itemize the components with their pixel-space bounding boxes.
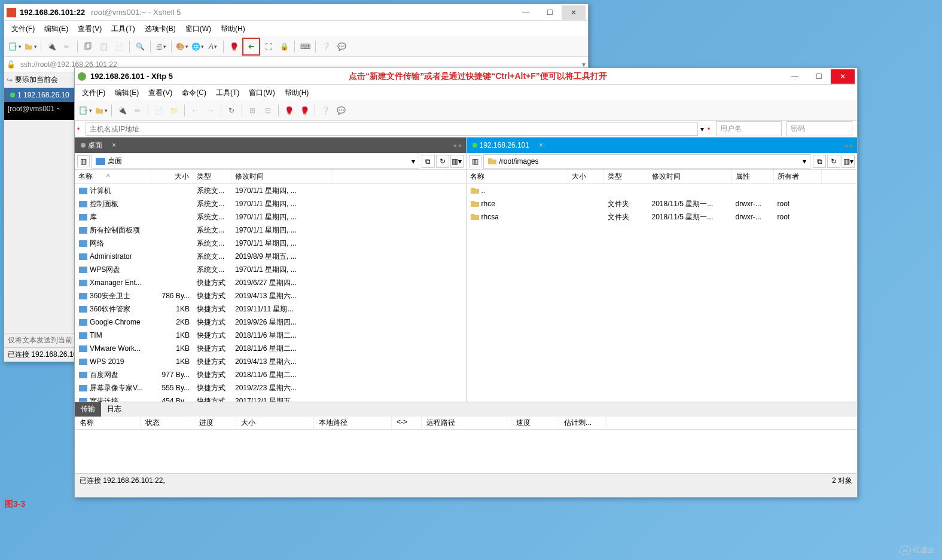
xftp-titlebar[interactable]: 192.168.26.101 - Xftp 5 点击“新建文件传输”或者是通过快… — [75, 68, 857, 85]
list-item[interactable]: .. — [467, 184, 858, 197]
refresh-icon[interactable]: ↻ — [436, 155, 449, 168]
menu-view[interactable]: 查看(V) — [73, 23, 106, 35]
clip-icon[interactable]: 📄 — [112, 39, 126, 54]
refresh-icon[interactable]: ↻ — [827, 155, 840, 168]
tcol-eta[interactable]: 估计剩... — [559, 417, 607, 429]
font-icon[interactable]: A▾ — [206, 39, 220, 54]
col-name[interactable]: 名称 — [467, 170, 568, 183]
remote-list[interactable]: ..rhce文件夹2018/11/5 星期一...drwxr-...rootrh… — [467, 184, 858, 402]
local-tab[interactable]: 桌面 × ◂▸ — [75, 137, 466, 153]
list-item[interactable]: WPS 20191KB快捷方式2019/4/13 星期六... — [75, 355, 466, 368]
close-tab-icon[interactable]: × — [108, 141, 120, 149]
print-icon[interactable]: 🖨▾ — [154, 39, 168, 54]
minimize-button[interactable]: — — [783, 69, 807, 84]
help-icon[interactable]: ❔ — [318, 103, 333, 118]
list-item[interactable]: Google Chrome2KB快捷方式2019/9/26 星期四... — [75, 316, 466, 329]
col-owner[interactable]: 所有者 — [774, 170, 822, 183]
help-icon[interactable]: ❔ — [319, 39, 333, 54]
newwin-icon[interactable]: ⧉ — [422, 155, 435, 168]
maximize-button[interactable]: ☐ — [807, 69, 831, 84]
paste-icon[interactable]: 📋 — [96, 39, 111, 54]
col-name[interactable]: 名称 ^ — [75, 170, 151, 183]
list-item[interactable]: Administrator系统文...2019/8/9 星期五, ... — [75, 250, 466, 263]
local-path[interactable]: 桌面▾ — [92, 154, 419, 169]
list-item[interactable]: 计算机系统文...1970/1/1 星期四, ... — [75, 184, 466, 197]
menu-window[interactable]: 窗口(W) — [244, 87, 279, 99]
xshell-titlebar[interactable]: 192.168.26.101:22 root@vms001:~ - Xshell… — [4, 4, 588, 21]
list-item[interactable]: 网络系统文...1970/1/1 星期四, ... — [75, 237, 466, 250]
menu-help[interactable]: 帮助(H) — [216, 23, 250, 35]
list-item[interactable]: 百度网盘977 By...快捷方式2018/11/6 星期二... — [75, 368, 466, 381]
menu-tab[interactable]: 选项卡(B) — [140, 23, 181, 35]
col-size[interactable]: 大小 — [568, 170, 604, 183]
user-input[interactable]: 用户名 — [716, 121, 782, 136]
newwin-icon[interactable]: ⧉ — [813, 155, 826, 168]
list-item[interactable]: 屏幕录像专家V...555 By...快捷方式2019/2/23 星期六... — [75, 381, 466, 394]
col-type[interactable]: 类型 — [604, 170, 648, 183]
menu-cmd[interactable]: 命令(C) — [177, 87, 211, 99]
list-item[interactable]: 360安全卫士786 By...快捷方式2019/4/13 星期六... — [75, 289, 466, 302]
xftp-launch-icon[interactable] — [244, 39, 258, 54]
menu-edit[interactable]: 编辑(E) — [39, 23, 73, 35]
list-item[interactable]: WPS网盘系统文...1970/1/1 星期四, ... — [75, 263, 466, 276]
pencil-icon[interactable]: ✏ — [130, 103, 145, 118]
list-item[interactable]: 控制面板系统文...1970/1/1 星期四, ... — [75, 197, 466, 210]
keyboard-icon[interactable]: ⌨ — [298, 39, 312, 54]
col-date[interactable]: 修改时间 — [231, 170, 333, 183]
tcol-local[interactable]: 本地路径 — [314, 417, 392, 429]
sync-icon[interactable]: ↻ — [224, 103, 239, 118]
nav-fwd-icon[interactable]: ▸ — [459, 141, 462, 149]
tab-log[interactable]: 日志 — [101, 402, 127, 417]
queue-icon[interactable]: ⊞ — [245, 103, 260, 118]
find-icon[interactable]: 🔍 — [133, 39, 147, 54]
xshell2-icon[interactable]: 🥊 — [297, 103, 312, 118]
host-input[interactable] — [86, 123, 698, 136]
menu-file[interactable]: 文件(F) — [77, 87, 110, 99]
xagent-icon[interactable]: 🥊 — [227, 39, 241, 54]
menu-tools[interactable]: 工具(T) — [106, 23, 139, 35]
forum-icon[interactable]: 💬 — [334, 103, 348, 118]
tcol-speed[interactable]: 速度 — [511, 417, 559, 429]
list-item[interactable]: Xmanager Ent...快捷方式2019/6/27 星期四... — [75, 276, 466, 289]
newfolder-icon[interactable]: 📁 — [167, 103, 181, 118]
compare-icon[interactable]: ⊟ — [261, 103, 275, 118]
layout-icon[interactable]: ▥ — [469, 155, 481, 167]
minimize-button[interactable]: — — [514, 5, 538, 20]
col-attr[interactable]: 属性 — [732, 170, 774, 183]
nav-back-icon[interactable]: ◂ — [844, 141, 848, 149]
lock-icon[interactable]: 🔒 — [277, 39, 291, 54]
local-list[interactable]: 计算机系统文...1970/1/1 星期四, ...控制面板系统文...1970… — [75, 184, 466, 402]
list-item[interactable]: 库系统文...1970/1/1 星期四, ... — [75, 210, 466, 224]
tcol-status[interactable]: 状态 — [141, 417, 194, 429]
view-icon[interactable]: ▥▾ — [842, 155, 855, 168]
list-item[interactable]: TIM1KB快捷方式2018/11/6 星期二... — [75, 329, 466, 342]
dropdown-icon[interactable]: ▾ — [700, 125, 704, 133]
color-icon[interactable]: 🎨▾ — [175, 39, 189, 54]
list-item[interactable]: rhce文件夹2018/11/5 星期一...drwxr-...root — [467, 197, 858, 210]
xshell-icon-btn[interactable]: 🥊 — [282, 103, 296, 118]
open-icon[interactable]: ▾ — [23, 39, 38, 54]
menu-file[interactable]: 文件(F) — [7, 23, 39, 35]
maximize-button[interactable]: ☐ — [538, 5, 562, 20]
edit-icon[interactable]: 🔌 — [115, 103, 129, 118]
tcol-dir[interactable]: <-> — [392, 417, 422, 429]
col-type[interactable]: 类型 — [193, 170, 231, 183]
remote-tab[interactable]: 192.168.26.101 × ◂▸ — [467, 137, 858, 153]
globe-icon[interactable]: 🌐▾ — [190, 39, 205, 54]
list-item[interactable]: 宽带连接454 By...快捷方式2017/12/1 星期五... — [75, 394, 466, 402]
close-tab-icon[interactable]: × — [535, 141, 547, 149]
tab-transfer[interactable]: 传输 — [75, 402, 101, 417]
menu-tools[interactable]: 工具(T) — [211, 87, 244, 99]
layout-icon[interactable]: ▥ — [77, 155, 90, 167]
tcol-size[interactable]: 大小 — [236, 417, 314, 429]
col-date[interactable]: 修改时间 — [648, 170, 732, 183]
menu-window[interactable]: 窗口(W) — [181, 23, 216, 35]
disconnect-icon[interactable]: ✏ — [60, 39, 74, 54]
tcol-name[interactable]: 名称 — [75, 417, 141, 429]
props-icon[interactable]: 📄 — [151, 103, 166, 118]
list-item[interactable]: VMware Work...1KB快捷方式2018/11/6 星期二... — [75, 342, 466, 355]
close-button[interactable]: ✕ — [562, 5, 586, 20]
session-tab[interactable]: 1 192.168.26.10 — [4, 88, 75, 102]
menu-view[interactable]: 查看(V) — [144, 87, 177, 99]
pass-input[interactable]: 密码 — [786, 121, 852, 136]
